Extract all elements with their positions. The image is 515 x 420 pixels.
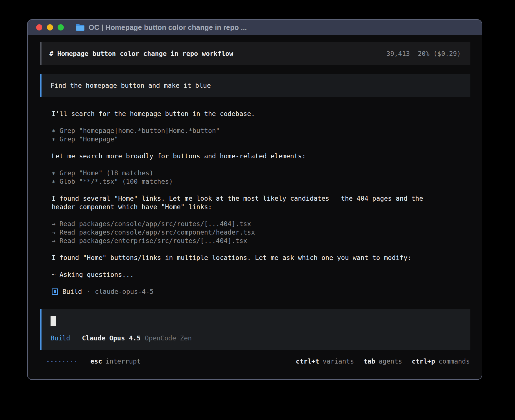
text-cursor xyxy=(51,316,56,326)
context-usage: 20% ($0.29) xyxy=(418,49,461,58)
session-title: # Homepage button color change in repo w… xyxy=(49,49,233,58)
assistant-transcript: I'll search for the homepage button in t… xyxy=(40,110,470,296)
user-message: Find the homepage button and make it blu… xyxy=(40,74,470,97)
tool-call-read: → Read packages/enterprise/src/routes/[.… xyxy=(52,237,438,245)
agent-name: Build xyxy=(62,287,82,296)
status-bar: esc interrupt ctrl+t variants tab agents… xyxy=(40,357,470,366)
assistant-text: I found several "Home" links. Let me loo… xyxy=(52,194,438,211)
interrupt-hint: esc interrupt xyxy=(90,357,141,366)
assistant-status: ~ Asking questions... xyxy=(52,270,438,279)
terminal-content: # Homepage button color change in repo w… xyxy=(28,35,482,379)
user-message-text: Find the homepage button and make it blu… xyxy=(51,81,437,90)
agent-separator: · xyxy=(86,287,90,296)
prompt-input[interactable]: Build Claude Opus 4.5 OpenCode Zen xyxy=(40,309,470,350)
tool-call-read: → Read packages/console/app/src/routes/[… xyxy=(52,220,438,228)
activity-dots xyxy=(47,361,76,362)
tool-call-grep: ∗ Grep "homepage|home.*button|Home.*butt… xyxy=(52,126,438,135)
commands-hint: ctrl+p commands xyxy=(412,357,470,366)
window-title: OC | Homepage button color change in rep… xyxy=(89,23,247,32)
session-header: # Homepage button color change in repo w… xyxy=(40,42,470,65)
session-stats: 39,413 20% ($0.29) xyxy=(387,49,461,58)
token-count: 39,413 xyxy=(387,49,410,58)
interrupt-label: interrupt xyxy=(106,357,141,366)
prompt-meta: Build Claude Opus 4.5 OpenCode Zen xyxy=(51,334,461,342)
assistant-text: Let me search more broadly for buttons a… xyxy=(52,152,438,160)
window-titlebar: OC | Homepage button color change in rep… xyxy=(28,20,482,35)
agent-row: Build · claude-opus-4-5 xyxy=(52,287,470,296)
tool-call-read: → Read packages/console/app/src/componen… xyxy=(52,228,438,237)
tool-call-grep: ∗ Grep "Home" (18 matches) xyxy=(52,169,438,177)
close-button[interactable] xyxy=(36,24,42,30)
interrupt-key: esc xyxy=(90,357,102,366)
terminal-window: OC | Homepage button color change in rep… xyxy=(27,19,482,380)
build-agent-icon xyxy=(52,288,58,295)
folder-icon xyxy=(76,24,85,31)
tool-call-grep: ∗ Grep "Homepage" xyxy=(52,135,438,143)
agents-hint: tab agents xyxy=(363,357,402,366)
assistant-text: I'll search for the homepage button in t… xyxy=(52,110,438,118)
agent-model: claude-opus-4-5 xyxy=(95,287,154,296)
traffic-lights xyxy=(36,24,64,30)
prompt-model: Claude Opus 4.5 xyxy=(82,334,141,342)
prompt-provider: OpenCode Zen xyxy=(145,334,192,342)
minimize-button[interactable] xyxy=(47,24,53,30)
tool-call-glob: ∗ Glob "**/*.tsx" (100 matches) xyxy=(52,177,438,186)
variants-hint: ctrl+t variants xyxy=(296,357,354,366)
maximize-button[interactable] xyxy=(58,24,64,30)
prompt-mode: Build xyxy=(51,334,70,342)
assistant-text: I found "Home" buttons/links in multiple… xyxy=(52,253,438,262)
shortcut-hints: ctrl+t variants tab agents ctrl+p comman… xyxy=(296,357,470,366)
